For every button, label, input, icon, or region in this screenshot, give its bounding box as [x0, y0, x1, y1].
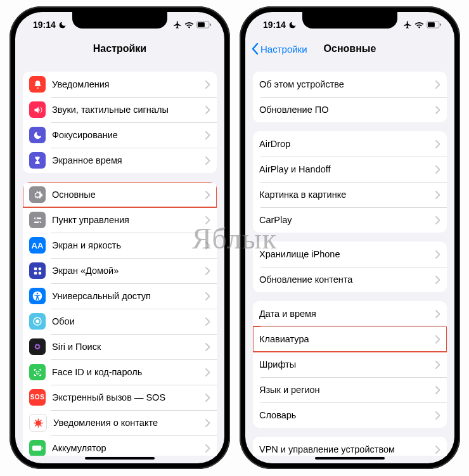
settings-row[interactable]: Звуки, тактильные сигналы: [23, 97, 217, 122]
home-indicator[interactable]: [315, 457, 385, 460]
settings-row[interactable]: Уведомления: [23, 72, 217, 97]
svg-rect-29: [32, 446, 41, 451]
chevron-right-icon: [435, 80, 440, 89]
row-label: Шрифты: [259, 359, 435, 370]
chevron-right-icon: [435, 411, 440, 420]
settings-row[interactable]: Шрифты: [253, 352, 447, 377]
chevron-right-icon: [435, 310, 440, 318]
textsize-icon: AA: [29, 237, 46, 254]
settings-row[interactable]: Универсальный доступ: [23, 283, 217, 309]
row-label: Экранное время: [52, 155, 205, 165]
airplane-icon: [173, 20, 182, 29]
nav-back-label: Настройки: [260, 44, 307, 55]
moon-icon: [58, 21, 67, 29]
chevron-right-icon: [435, 140, 440, 148]
settings-row[interactable]: SOSЭкстренный вызов — SOS: [23, 385, 217, 410]
row-label: VPN и управление устройством: [259, 444, 435, 454]
row-label: Дата и время: [259, 309, 435, 319]
row-label: Клавиатура: [259, 334, 435, 344]
chevron-right-icon: [435, 386, 440, 394]
row-label: Экран «Домой»: [52, 266, 205, 276]
row-label: Экстренный вызов — SOS: [52, 392, 205, 402]
row-label: Обновление контента: [259, 274, 435, 285]
chevron-right-icon: [205, 80, 210, 89]
phone-frame-right: 19:14 Настройки Основные Об этом устройс…: [240, 6, 460, 469]
settings-row[interactable]: Экранное время: [23, 148, 217, 173]
svg-point-19: [38, 371, 39, 371]
settings-row[interactable]: Картинка в картинке: [253, 182, 447, 207]
svg-rect-10: [38, 271, 41, 274]
svg-point-15: [33, 342, 41, 351]
settings-row[interactable]: Язык и регион: [253, 377, 447, 402]
row-label: Уведомления: [52, 79, 205, 89]
settings-row[interactable]: VPN и управление устройством: [253, 437, 447, 456]
svg-rect-2: [210, 23, 211, 26]
settings-row[interactable]: Аккумулятор: [23, 435, 217, 456]
row-label: Пункт управления: [52, 215, 205, 225]
row-label: Аккумулятор: [52, 443, 205, 453]
svg-line-25: [35, 420, 36, 421]
chevron-right-icon: [435, 165, 440, 174]
chevron-right-icon: [435, 216, 440, 224]
svg-rect-9: [34, 271, 36, 274]
settings-row[interactable]: AirDrop: [253, 131, 447, 157]
wallpaper-icon: [29, 313, 46, 330]
settings-row[interactable]: Обновление контента: [253, 267, 447, 292]
settings-row[interactable]: Экран «Домой»: [23, 258, 217, 283]
chevron-right-icon: [205, 318, 210, 326]
chevron-right-icon: [205, 131, 210, 139]
chevron-right-icon: [205, 419, 210, 427]
svg-point-18: [36, 371, 37, 371]
chevron-right-icon: [435, 191, 440, 199]
row-label: Словарь: [259, 410, 435, 420]
wifi-icon: [414, 21, 424, 29]
moon-icon: [288, 21, 297, 29]
svg-rect-4: [34, 221, 41, 223]
settings-row[interactable]: Пункт управления: [23, 207, 217, 233]
settings-group: УведомленияЗвуки, тактильные сигналыФоку…: [23, 72, 217, 173]
row-label: Фокусирование: [52, 130, 205, 140]
svg-point-12: [37, 293, 39, 295]
moon-filled-icon: [29, 127, 46, 143]
chevron-right-icon: [205, 267, 210, 275]
home-indicator[interactable]: [85, 457, 155, 460]
settings-row[interactable]: Фокусирование: [23, 122, 217, 148]
svg-point-6: [38, 221, 40, 223]
sos-icon: SOS: [29, 389, 46, 406]
wifi-icon: [184, 21, 194, 29]
settings-row[interactable]: Словарь: [253, 402, 447, 428]
battery-icon: [427, 21, 442, 29]
svg-rect-7: [34, 267, 36, 269]
chevron-left-icon: [252, 43, 259, 55]
nav-back-button[interactable]: Настройки: [245, 43, 307, 55]
settings-row[interactable]: Face ID и код-пароль: [23, 359, 217, 385]
row-label: CarPlay: [259, 215, 435, 225]
settings-row[interactable]: Клавиатура: [253, 326, 447, 352]
settings-row[interactable]: AirPlay и Handoff: [253, 157, 447, 182]
nav-title: Настройки: [15, 43, 224, 55]
row-label: Хранилище iPhone: [259, 249, 435, 259]
siri-icon: [29, 338, 46, 355]
chevron-right-icon: [435, 106, 440, 114]
nav-bar: Настройки: [15, 37, 224, 61]
screen-right: 19:14 Настройки Основные Об этом устройс…: [245, 12, 454, 463]
settings-row[interactable]: Хранилище iPhone: [253, 241, 447, 267]
settings-row[interactable]: Дата и время: [253, 301, 447, 326]
status-time: 19:14: [263, 20, 286, 30]
settings-row[interactable]: Обновление ПО: [253, 97, 447, 122]
settings-row[interactable]: Основные: [23, 182, 217, 207]
settings-list[interactable]: УведомленияЗвуки, тактильные сигналыФоку…: [15, 60, 224, 456]
general-list[interactable]: Об этом устройствеОбновление ПОAirDropAi…: [245, 60, 454, 456]
chevron-right-icon: [205, 444, 210, 453]
svg-point-14: [35, 319, 39, 323]
row-label: Об этом устройстве: [259, 79, 435, 89]
settings-row[interactable]: CarPlay: [253, 207, 447, 233]
settings-row[interactable]: Уведомления о контакте: [23, 410, 217, 435]
settings-row[interactable]: AAЭкран и яркость: [23, 233, 217, 258]
settings-row[interactable]: Siri и Поиск: [23, 334, 217, 359]
gear-icon: [29, 186, 46, 203]
settings-row[interactable]: Обои: [23, 309, 217, 334]
svg-line-28: [40, 420, 41, 421]
settings-row[interactable]: Об этом устройстве: [253, 72, 447, 97]
row-label: Обновление ПО: [259, 105, 435, 115]
